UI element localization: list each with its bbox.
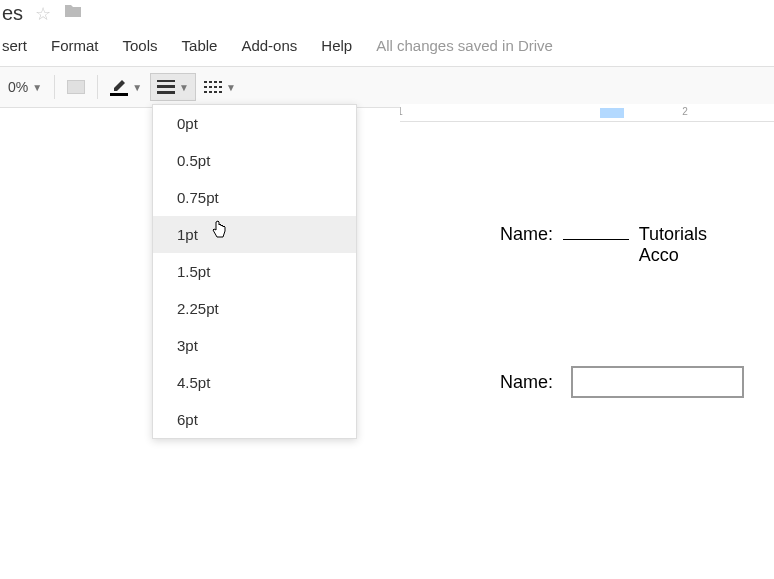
underline-blank: [563, 222, 629, 240]
dropdown-option-4_5pt[interactable]: 4.5pt: [153, 364, 356, 401]
pen-icon: [110, 79, 128, 96]
fill-swatch-icon: [67, 80, 85, 94]
menu-insert[interactable]: sert: [0, 33, 39, 58]
dropdown-option-0_5pt[interactable]: 0.5pt: [153, 142, 356, 179]
dropdown-option-3pt[interactable]: 3pt: [153, 327, 356, 364]
menu-help[interactable]: Help: [309, 33, 364, 58]
menu-bar: sert Format Tools Table Add-ons Help All…: [0, 29, 774, 67]
dropdown-option-1pt[interactable]: 1pt: [153, 216, 356, 253]
line-dash-icon: [204, 81, 222, 93]
folder-icon[interactable]: [63, 3, 83, 24]
ruler-mark: 2: [682, 106, 688, 117]
save-status: All changes saved in Drive: [364, 37, 553, 54]
zoom-dropdown[interactable]: 0% ▼: [0, 73, 50, 101]
cursor-icon: [210, 220, 228, 244]
border-width-dropdown: 0pt 0.5pt 0.75pt 1pt 1.5pt 2.25pt 3pt 4.…: [152, 104, 357, 439]
line-weight-icon: [157, 80, 175, 94]
dropdown-option-6pt[interactable]: 6pt: [153, 401, 356, 438]
border-width-button[interactable]: ▼: [150, 73, 196, 101]
chevron-down-icon: ▼: [226, 82, 236, 93]
toolbar-separator: [97, 75, 98, 99]
chevron-down-icon: ▼: [132, 82, 142, 93]
border-color-button[interactable]: ▼: [102, 73, 150, 101]
dropdown-option-2_25pt[interactable]: 2.25pt: [153, 290, 356, 327]
zoom-value: 0%: [8, 79, 28, 95]
star-icon[interactable]: ☆: [35, 3, 51, 25]
toolbar-separator: [54, 75, 55, 99]
chevron-down-icon: ▼: [179, 82, 189, 93]
menu-format[interactable]: Format: [39, 33, 111, 58]
table-cell-input[interactable]: [571, 366, 744, 398]
fill-color-button[interactable]: [59, 73, 93, 101]
dropdown-option-0_75pt[interactable]: 0.75pt: [153, 179, 356, 216]
menu-addons[interactable]: Add-ons: [229, 33, 309, 58]
field-label: Name:: [500, 224, 553, 245]
toolbar: 0% ▼ ▼ ▼ ▼: [0, 67, 774, 108]
doc-line-1: Name: Tutorials Acco: [500, 222, 744, 266]
field-label: Name:: [500, 372, 553, 393]
ruler-mark: 1: [400, 106, 403, 117]
menu-tools[interactable]: Tools: [111, 33, 170, 58]
document-canvas[interactable]: Name: Tutorials Acco Name:: [400, 122, 774, 579]
ruler[interactable]: 1 2: [400, 104, 774, 122]
doc-line-2: Name:: [500, 366, 744, 398]
field-text: Tutorials Acco: [639, 224, 744, 266]
chevron-down-icon: ▼: [32, 82, 42, 93]
menu-table[interactable]: Table: [170, 33, 230, 58]
dropdown-option-1_5pt[interactable]: 1.5pt: [153, 253, 356, 290]
doc-title[interactable]: es: [0, 2, 23, 25]
dropdown-option-0pt[interactable]: 0pt: [153, 105, 356, 142]
border-dash-button[interactable]: ▼: [196, 73, 244, 101]
title-row: es ☆: [0, 0, 774, 29]
